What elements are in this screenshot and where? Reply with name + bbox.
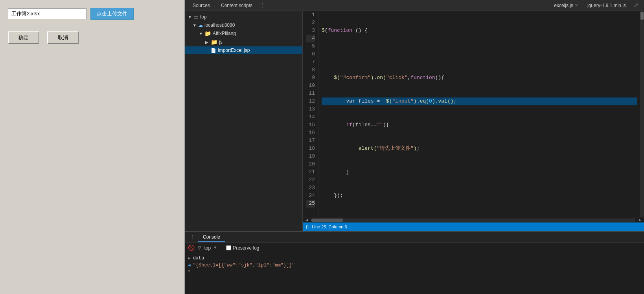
line-num-13: 13 (306, 105, 315, 113)
hscroll-left[interactable]: ◀ (303, 218, 311, 222)
preserve-log-area: Preserve log (226, 245, 259, 251)
code-area[interactable]: 1 2 3 4 5 6 7 8 9 10 11 12 13 14 15 16 1 (303, 11, 644, 217)
tab-sources[interactable]: Sources (188, 0, 215, 11)
code-editor: 1 2 3 4 5 6 7 8 9 10 11 12 13 14 15 16 1 (303, 11, 644, 231)
bottom-tab-more[interactable]: ⋮ (188, 232, 197, 242)
collapse-arrow-1[interactable]: ▶ (188, 255, 191, 262)
console-line-3: " (188, 269, 641, 276)
divider (221, 245, 221, 251)
expand-icon: ⤢ (631, 2, 641, 9)
code-line-5: if(files==""){ (322, 121, 637, 129)
arrow-icon-affixpiliang: ▼ (199, 31, 203, 36)
status-text: Line 25, Column 6 (312, 224, 347, 229)
code-line-4: var files = $("input").eq(0).val(); (322, 97, 637, 105)
devtools-top-tabs: Sources Content scripts ⋮ exceljs.js ✕ j… (185, 0, 644, 11)
code-line-1: $(function () { (322, 27, 637, 35)
left-panel: 工作簿2.xlsx 点击上传文件 确定 取消 (0, 0, 185, 294)
line-num-7: 7 (306, 58, 315, 66)
line-num-12: 12 (306, 97, 315, 105)
folder-icon-affixpiliang: 📁 (204, 30, 211, 37)
tab-more-icon: ⋮ (259, 2, 267, 8)
arrow-icon-js: ▶ (205, 40, 209, 44)
cloud-icon: ☁ (198, 22, 203, 28)
line-num-20: 20 (306, 160, 315, 168)
file-tab-exceljs-label: exceljs.js (554, 3, 573, 8)
tab-console[interactable]: Console (198, 233, 225, 242)
no-entry-icon[interactable]: 🚫 (188, 244, 195, 251)
hscroll-thumb (311, 219, 343, 222)
close-exceljs-icon[interactable]: ✕ (575, 3, 578, 7)
tree-item-affixpiliang[interactable]: ▼ 📁 AffixPiliang (185, 29, 302, 38)
console-quote: " (188, 269, 191, 276)
console-top-label: top (204, 245, 211, 251)
line-num-25: 25 (306, 200, 315, 208)
line-num-3: 3 (306, 27, 315, 35)
tree-item-top[interactable]: ▼ ▭ top (185, 13, 302, 21)
preserve-log-label: Preserve log (233, 245, 259, 251)
console-output: ▶ data ◀ "{Sheet1=[{"ww":"sjk","lp1":"mm… (185, 253, 644, 294)
hscroll-bar[interactable]: ◀ ▶ (303, 217, 644, 222)
cancel-button[interactable]: 取消 (47, 31, 79, 44)
line-num-6: 6 (306, 50, 315, 58)
line-num-8: 8 (306, 66, 315, 74)
tree-label-localhost: localhost:8080 (204, 22, 235, 28)
response-arrow: ◀ (188, 262, 191, 269)
bottom-panel: ⋮ Console 🚫 ▽ top ▼ Preserve log ▶ data … (185, 231, 644, 294)
console-toolbar: 🚫 ▽ top ▼ Preserve log (185, 243, 644, 253)
hscroll-right[interactable]: ▶ (636, 218, 644, 222)
line-num-21: 21 (306, 168, 315, 176)
hscroll-track[interactable] (311, 219, 635, 222)
console-data-label: data (193, 255, 204, 262)
file-tab-jquery[interactable]: jquery-1.9.1.min.js (583, 1, 630, 10)
arrow-icon: ▼ (188, 15, 192, 19)
code-line-8: }); (322, 192, 637, 200)
filter-icon[interactable]: ▽ (198, 244, 201, 251)
line-num-9: 9 (306, 74, 315, 82)
curly-braces-icon: {} (306, 224, 309, 229)
line-num-24: 24 (306, 192, 315, 200)
line-num-2: 2 (306, 19, 315, 27)
console-line-1: ▶ data (188, 255, 641, 262)
console-line-2: ◀ "{Sheet1=[{"ww":"sjk","lp1":"mm"}]}" (188, 262, 641, 269)
bottom-tabs: ⋮ Console (185, 232, 644, 243)
vertical-scrollbar[interactable] (640, 11, 644, 217)
status-bar: {} Line 25, Column 6 (303, 222, 644, 231)
code-line-3: $("#confirm").on("click",function(){ (322, 74, 637, 82)
file-icon-importexcel: 📄 (211, 48, 216, 53)
line-num-22: 22 (306, 176, 315, 184)
tree-item-js[interactable]: ▶ 📁 js (185, 38, 302, 46)
line-num-15: 15 (306, 121, 315, 129)
line-num-17: 17 (306, 137, 315, 145)
code-content[interactable]: $(function () { $("#confirm").on("click"… (318, 11, 640, 217)
code-line-7: } (322, 168, 637, 176)
line-num-19: 19 (306, 153, 315, 160)
folder-icon-js: 📁 (211, 39, 217, 45)
tree-label-js: js (219, 39, 223, 45)
code-line-6: alert("请先上传文件"); (322, 145, 637, 153)
line-num-18: 18 (306, 145, 315, 153)
line-num-11: 11 (306, 90, 315, 97)
arrow-icon-localhost: ▼ (193, 23, 197, 28)
file-row: 工作簿2.xlsx 点击上传文件 (8, 8, 177, 20)
upload-button[interactable]: 点击上传文件 (90, 8, 134, 20)
tree-item-localhost[interactable]: ▼ ☁ localhost:8080 (185, 21, 302, 29)
line-num-1: 1 (306, 11, 315, 19)
line-num-4: 4 (306, 35, 315, 42)
console-data-value: "{Sheet1=[{"ww":"sjk","lp1":"mm"}]}" (193, 262, 295, 269)
file-tree: ▼ ▭ top ▼ ☁ localhost:8080 ▼ 📁 AffixPili… (185, 11, 303, 231)
preserve-log-checkbox[interactable] (226, 245, 231, 250)
line-num-16: 16 (306, 129, 315, 137)
code-line-2 (322, 50, 637, 58)
devtools-main: ▼ ▭ top ▼ ☁ localhost:8080 ▼ 📁 AffixPili… (185, 11, 644, 231)
file-tab-jquery-label: jquery-1.9.1.min.js (587, 3, 626, 8)
console-dropdown-arrow[interactable]: ▼ (214, 246, 216, 250)
tree-label-importexcel: importExcel.jsp (218, 48, 250, 53)
tab-content-scripts[interactable]: Content scripts (216, 0, 257, 11)
line-num-23: 23 (306, 184, 315, 192)
btn-row: 确定 取消 (8, 31, 177, 44)
file-tab-exceljs[interactable]: exceljs.js ✕ (550, 1, 582, 10)
confirm-button[interactable]: 确定 (8, 31, 39, 44)
line-num-5: 5 (306, 42, 315, 50)
tree-label-top: top (200, 14, 207, 20)
tree-item-importexcel[interactable]: 📄 importExcel.jsp (185, 46, 302, 54)
